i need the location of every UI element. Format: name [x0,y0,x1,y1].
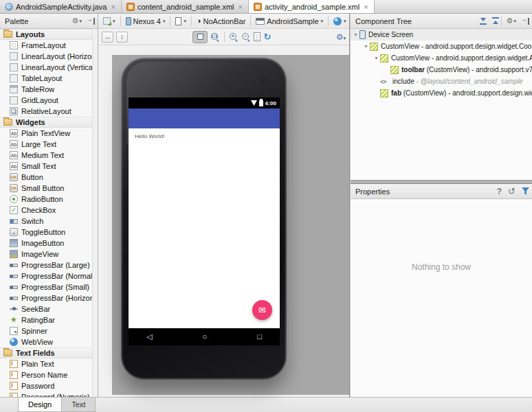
component-tree-title: Component Tree [355,17,475,25]
device-screen-icon [359,30,366,39]
palette-item-Password (Numeric)[interactable]: Password (Numeric) [0,391,98,397]
expander-icon[interactable]: ▼ [362,44,370,49]
resize-horizontal-button[interactable]: ↔ [102,32,113,43]
palette-item-Small Button[interactable]: Small Button [0,183,98,194]
palette-item-Small Text[interactable]: Small Text [0,161,98,172]
editor-tab-content_android_sample.xml[interactable]: content_android_sample.xml× [122,0,249,13]
zoom-to-fit-button[interactable] [192,31,208,43]
expand-all-icon[interactable] [479,17,487,25]
activity-icon [256,18,265,25]
palette-item-Switch[interactable]: Switch [0,216,98,227]
tree-item-label: Device Screen [368,31,413,38]
tree-item[interactable]: ▼Device Screen [351,29,532,41]
tree-item[interactable]: toolbar (CustomView) - android.support.v… [351,64,532,76]
zoom-actual-size-button[interactable]: 1:1 [210,32,220,42]
preview-app-bar[interactable] [129,108,280,128]
palette-section-Layouts[interactable]: Layouts [0,29,98,40]
text-icon [10,151,18,159]
tree-item[interactable]: ▼CustomView - android.support.design.wid… [351,52,532,64]
palette-item-Spinner[interactable]: Spinner [0,325,98,336]
theme-label: NoActionBar [203,17,246,25]
palette-item-CheckBox[interactable]: CheckBox [0,205,98,216]
palette-item-LinearLayout (Horizontal)[interactable]: LinearLayout (Horizontal) [0,51,98,62]
mode-tab-Text[interactable]: Text [61,398,96,412]
palette-item-TableLayout[interactable]: TableLayout [0,73,98,84]
palette-section-Text Fields[interactable]: Text Fields [0,347,98,358]
configuration-button[interactable]: ▾ [101,16,118,25]
tree-item[interactable]: <>include - @layout/content_android_samp… [351,76,532,87]
palette-item-RadioButton[interactable]: RadioButton [0,194,98,205]
palette-item-Large Text[interactable]: Large Text [0,139,98,150]
palette-item-ToggleButton[interactable]: ToggleButton [0,227,98,238]
palette-item-FrameLayout[interactable]: FrameLayout [0,40,98,51]
palette-item-ProgressBar (Horizontal)[interactable]: ProgressBar (Horizontal) [0,293,98,304]
palette-section-Widgets[interactable]: Widgets [0,117,98,128]
gear-icon[interactable]: ⚙▾ [507,16,516,25]
device-selector[interactable]: Nexus 4▾ [124,16,168,26]
fab-button[interactable]: ✉ [252,300,272,320]
design-canvas[interactable]: 6:00 Hello World! ✉ ◁ ○ □ [98,45,349,397]
palette-item-ProgressBar (Normal)[interactable]: ProgressBar (Normal) [0,271,98,282]
palette-item-ImageButton[interactable]: ImageButton [0,238,98,249]
close-icon[interactable]: × [111,3,115,10]
dock-panel-icon[interactable] [521,18,529,25]
palette-title: Palette [5,17,69,25]
properties-body: Nothing to show [351,199,532,397]
tree-item-label: toolbar (CustomView) - android.support.v… [401,66,532,73]
help-icon[interactable]: ? [497,187,502,196]
custom-view-icon [380,89,388,98]
palette-item-TableRow[interactable]: TableRow [0,84,98,95]
palette-header: Palette ⚙▾ [0,14,98,29]
palette-item-label: Password (Numeric) [21,393,90,397]
palette-item-ProgressBar (Large)[interactable]: ProgressBar (Large) [0,260,98,271]
palette-item-SeekBar[interactable]: SeekBar [0,304,98,314]
preview-xml-icon[interactable] [254,32,261,41]
expander-icon[interactable]: ▼ [373,56,380,60]
palette-item-Medium Text[interactable]: Medium Text [0,150,98,161]
editor-tab-activity_android_sample.xml[interactable]: activity_android_sample.xml× [249,0,375,13]
palette-item-RatingBar[interactable]: RatingBar [0,314,98,325]
gear-icon[interactable]: ⚙▾ [72,16,82,25]
right-panel: Component Tree ⚙▾ ▼Device Screen▼CustomV… [351,14,532,397]
collapse-all-icon[interactable] [491,17,500,25]
email-icon: ✉ [258,306,266,314]
close-icon[interactable]: × [364,3,368,10]
theme-selector[interactable]: ◑NoActionBar [195,16,247,26]
settings-gear-icon[interactable]: ⚙▾ [336,32,346,42]
palette-item-WebView[interactable]: WebView [0,336,98,347]
palette-item-Person Name[interactable]: Person Name [0,369,98,380]
preview-nav-bar: ◁ ○ □ [129,328,280,345]
locale-selector[interactable]: ▾ [331,16,348,26]
device-screen-preview[interactable]: 6:00 Hello World! ✉ ◁ ○ □ [129,98,280,345]
zoom-out-button[interactable]: − [241,32,251,42]
palette-item-LinearLayout (Vertical)[interactable]: LinearLayout (Vertical) [0,62,98,73]
home-icon: ○ [203,333,208,341]
refresh-icon[interactable]: ↻ [263,32,271,41]
palette-item-RelativeLayout[interactable]: RelativeLayout [0,106,98,117]
expander-icon[interactable]: ▼ [352,32,359,37]
palette-item-Password[interactable]: Password [0,380,98,391]
palette-item-Plain TextView[interactable]: Plain TextView [0,128,98,139]
dock-panel-icon[interactable] [87,18,95,25]
resize-vertical-button[interactable]: ↕ [116,32,128,43]
orientation-selector[interactable]: ▾ [173,16,188,26]
section-title: Widgets [16,118,45,126]
editor-tab-AndroidSampleActivity.java[interactable]: CAndroidSampleActivity.java× [0,0,122,13]
filter-icon[interactable] [522,187,529,195]
mode-tab-Design[interactable]: Design [18,398,62,412]
palette-item-ProgressBar (Small)[interactable]: ProgressBar (Small) [0,282,98,293]
close-icon[interactable]: × [239,3,243,10]
palette-item-Plain Text[interactable]: Plain Text [0,358,98,369]
palette-item-Button[interactable]: Button [0,172,98,183]
palette-item-ImageView[interactable]: ImageView [0,249,98,260]
preview-content[interactable]: Hello World! ✉ [129,128,280,328]
palette-item-GridLayout[interactable]: GridLayout [0,95,98,106]
progress-icon [10,286,18,289]
zoom-in-button[interactable]: + [229,32,239,42]
reset-icon[interactable]: ↺ [508,186,516,196]
tree-item[interactable]: ▼CustomView - android.support.design.wid… [351,41,532,52]
hello-world-text[interactable]: Hello World! [135,133,164,139]
tree-item[interactable]: fab (CustomView) - android.support.desig… [351,87,532,99]
relative-icon [10,107,18,115]
activity-selector[interactable]: AndroidSample▾ [254,16,325,26]
